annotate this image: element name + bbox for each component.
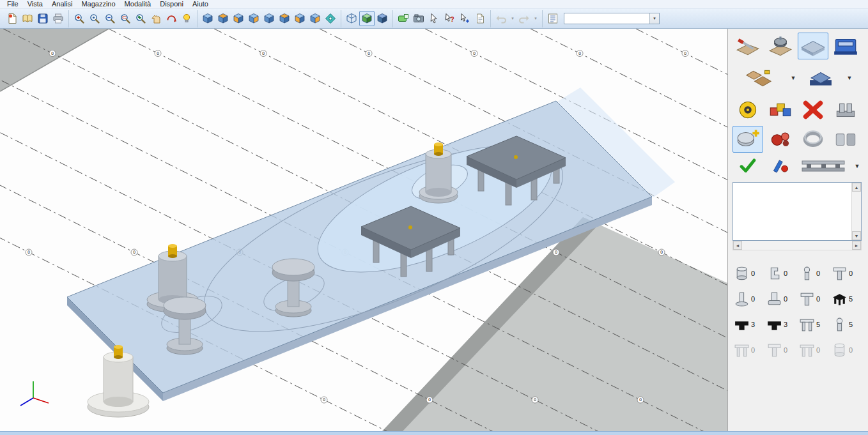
fixture-icon — [766, 317, 783, 333]
view-back-button[interactable] — [261, 11, 277, 26]
toolbar-group: ? — [393, 10, 491, 27]
combo-dropdown-icon[interactable]: ▾ — [649, 13, 659, 24]
fixture-item[interactable]: 0 — [798, 286, 830, 312]
save-button[interactable] — [35, 11, 50, 26]
viewport-3d[interactable]: 000000000000000000 — [0, 29, 727, 431]
tool-engrave-button[interactable] — [732, 33, 763, 59]
menu-file[interactable]: File — [3, 0, 23, 8]
fixture-item[interactable]: 0 — [830, 337, 863, 363]
list-hscrollbar[interactable]: ◄ ► — [732, 241, 862, 250]
fixture-count: 5 — [816, 321, 820, 328]
redo-button[interactable] — [516, 11, 532, 26]
display-wireframe-button[interactable] — [344, 11, 359, 26]
view-iso-button[interactable] — [200, 11, 215, 26]
scroll-up-button[interactable]: ▲ — [852, 183, 861, 192]
menu-modalità[interactable]: Modalità — [120, 0, 156, 8]
fixture-item[interactable]: 0 — [765, 261, 798, 286]
measure-button[interactable] — [396, 11, 411, 26]
compass-button[interactable] — [323, 11, 338, 26]
fixture-ring-button[interactable] — [798, 126, 828, 153]
select-button[interactable] — [426, 11, 442, 26]
undo-button[interactable] — [493, 11, 509, 26]
notes-button[interactable] — [545, 11, 561, 26]
view-left-button[interactable] — [292, 11, 307, 26]
fixture-item[interactable]: 0 — [765, 286, 798, 312]
fixture-grid: 0000000533550000 — [732, 261, 865, 363]
fixture-item[interactable]: 0 — [830, 261, 863, 286]
add-fixture-button[interactable] — [732, 126, 763, 153]
fixture-count: 0 — [849, 346, 853, 354]
list-vscrollbar[interactable]: ▲ ▼ — [851, 183, 861, 240]
rotary-disc-button[interactable] — [732, 96, 763, 123]
fixture-count: 0 — [849, 270, 853, 277]
pan-button[interactable] — [148, 11, 164, 26]
zoom-window-button[interactable] — [118, 11, 133, 26]
menu-vista[interactable]: Vista — [23, 0, 47, 8]
select-add-button[interactable] — [457, 11, 472, 26]
zoom-extents-button[interactable] — [133, 11, 148, 26]
snapshot-button[interactable] — [411, 11, 426, 26]
fixture-item[interactable]: 0 — [798, 261, 830, 286]
fixture-red-button[interactable] — [765, 126, 796, 153]
confirm-button[interactable] — [732, 155, 763, 177]
scroll-left-button[interactable]: ◄ — [733, 241, 742, 250]
magazine-button[interactable] — [765, 96, 796, 123]
zoom-dynamic-button[interactable] — [87, 11, 102, 26]
orbit-button[interactable] — [164, 11, 179, 26]
zoom-in-button[interactable] — [72, 11, 87, 26]
rails-dropdown[interactable]: ▼ — [852, 161, 862, 171]
redo-button-dropdown[interactable]: ▾ — [532, 11, 539, 26]
toolbar-group — [341, 10, 393, 27]
fixture-item[interactable]: 0 — [732, 286, 765, 312]
open-document-button[interactable] — [20, 11, 35, 26]
table-type-dropdown[interactable]: ▼ — [844, 73, 855, 83]
fixture-pair-button[interactable] — [830, 126, 861, 153]
view-right-button[interactable] — [246, 11, 261, 26]
rails-button[interactable] — [798, 155, 849, 177]
pallet-type-dropdown[interactable]: ▼ — [788, 73, 798, 83]
display-rendered-button[interactable] — [375, 11, 390, 26]
zoom-out-button[interactable] — [102, 11, 118, 26]
view-bottom-button[interactable] — [277, 11, 292, 26]
menu-aiuto[interactable]: Aiuto — [188, 0, 213, 8]
undo-button-dropdown[interactable]: ▾ — [509, 11, 516, 26]
report-button[interactable] — [472, 11, 488, 26]
table-type-button[interactable] — [800, 65, 841, 91]
fixture-item[interactable]: 0 — [765, 337, 798, 363]
menu-disponi[interactable]: Disponi — [155, 0, 188, 8]
scroll-right-button[interactable]: ► — [852, 241, 861, 250]
view-front-button[interactable] — [231, 11, 246, 26]
fixture-count: 3 — [751, 321, 755, 328]
selection-combobox[interactable]: ▾ — [564, 13, 660, 24]
svg-text:0: 0 — [323, 397, 325, 402]
fixture-item[interactable]: 5 — [830, 286, 863, 312]
tool-grind-button[interactable] — [765, 33, 796, 59]
delete-button[interactable] — [798, 96, 828, 123]
view-iso2-button[interactable] — [307, 11, 323, 26]
new-document-button[interactable] — [4, 11, 20, 26]
menu-analisi[interactable]: Analisi — [47, 0, 77, 8]
machine-mode-button[interactable] — [830, 33, 861, 59]
select-info-button[interactable]: ? — [442, 11, 457, 26]
fixture-item[interactable]: 0 — [732, 337, 765, 363]
view-top-button[interactable] — [215, 11, 231, 26]
pallet-type-button[interactable] — [732, 65, 785, 91]
light-toggle-button[interactable] — [179, 11, 194, 26]
fixture-item[interactable]: 3 — [765, 312, 798, 337]
menu-magazzino[interactable]: Magazzino — [77, 0, 120, 8]
fixture-icon — [831, 342, 848, 358]
fixture-item[interactable]: 5 — [830, 312, 863, 337]
fixture-item[interactable]: 5 — [798, 312, 830, 337]
svg-text:0: 0 — [368, 51, 370, 56]
tool-check-button[interactable] — [765, 155, 796, 177]
print-button[interactable] — [50, 11, 66, 26]
fixture-item[interactable]: 3 — [732, 312, 765, 337]
pallet-mode-button[interactable] — [798, 33, 828, 59]
fixture-item[interactable]: 0 — [732, 261, 765, 286]
fixture-count: 5 — [849, 321, 853, 328]
scroll-down-button[interactable]: ▼ — [852, 231, 861, 240]
display-shaded-button[interactable] — [359, 11, 375, 26]
pallet-list[interactable]: ▲ ▼ — [732, 182, 862, 241]
fixture-item[interactable]: 0 — [798, 337, 830, 363]
clamp-button[interactable] — [830, 96, 861, 123]
